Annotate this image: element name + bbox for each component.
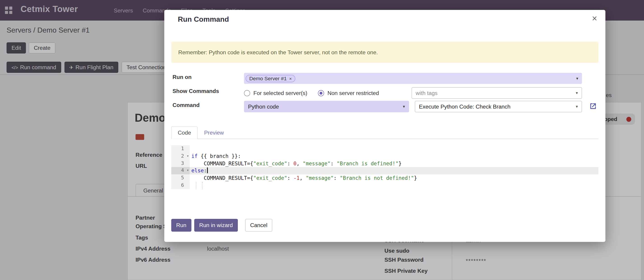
with-tags-placeholder: with tags <box>416 90 438 96</box>
gutter-line-number[interactable]: 4▾ <box>171 167 190 174</box>
gutter-line-number[interactable]: 6 <box>171 182 190 189</box>
chevron-down-icon: ▾ <box>576 76 578 80</box>
label-run-on: Run on <box>172 74 192 80</box>
code-fold-icon[interactable]: ▾ <box>187 167 189 174</box>
run-command-modal: Run Command × Remember: Python code is e… <box>164 10 606 242</box>
cancel-button[interactable]: Cancel <box>245 219 272 232</box>
label-command: Command <box>172 102 200 108</box>
code-line-row[interactable]: 4▾else: <box>171 167 598 174</box>
code-line-row[interactable]: 3 COMMAND_RESULT={"exit_code": 0, "messa… <box>171 160 598 167</box>
radio-non-server-restricted[interactable] <box>318 90 324 96</box>
tag-remove-icon[interactable]: × <box>289 76 292 81</box>
command-select[interactable]: Execute Python Code: Check Branch ▾ <box>415 101 582 112</box>
code-line-row[interactable]: 1 <box>171 145 598 153</box>
app-screen: Cetmix Tower Servers Commands Files Tool… <box>0 0 644 280</box>
tab-preview[interactable]: Preview <box>198 126 230 139</box>
code-line-content[interactable] <box>190 145 598 153</box>
server-tag: Demo Server #1 × <box>246 75 296 82</box>
chevron-down-icon: ▾ <box>403 104 405 109</box>
gutter-line-number[interactable]: 3 <box>171 160 190 167</box>
code-line-content[interactable]: COMMAND_RESULT={"exit_code": -1, "messag… <box>190 175 598 182</box>
code-editor[interactable]: 12▾if {{ branch }}:3 COMMAND_RESULT={"ex… <box>171 145 598 189</box>
run-button[interactable]: Run <box>171 219 191 232</box>
external-link-icon[interactable] <box>589 102 597 110</box>
server-tag-label: Demo Server #1 <box>249 76 287 81</box>
run-in-wizard-button[interactable]: Run in wizard <box>194 219 238 232</box>
modal-title: Run Command <box>178 15 229 24</box>
code-line-row[interactable]: 5 COMMAND_RESULT={"exit_code": -1, "mess… <box>171 175 598 182</box>
command-value: Execute Python Code: Check Branch <box>419 103 510 109</box>
code-fold-icon[interactable]: ▾ <box>187 153 189 160</box>
code-line-content[interactable]: else: <box>190 167 598 174</box>
code-line-content[interactable]: COMMAND_RESULT={"exit_code": 0, "message… <box>190 160 598 167</box>
chevron-down-icon: ▾ <box>576 104 578 109</box>
radio-for-selected-servers[interactable] <box>244 90 250 96</box>
show-commands-radios: For selected server(s) Non server restri… <box>244 88 379 98</box>
python-warning-alert: Remember: Python code is executed on the… <box>171 42 598 63</box>
command-type-select[interactable]: Python code ▾ <box>244 101 409 112</box>
radio-for-selected-servers-label[interactable]: For selected server(s) <box>253 90 307 96</box>
tab-code[interactable]: Code <box>171 126 197 139</box>
chevron-down-icon: ▾ <box>576 91 578 95</box>
gutter-line-number[interactable]: 1 <box>171 145 190 153</box>
code-line-row[interactable]: 6 <box>171 182 598 189</box>
code-line-content[interactable] <box>190 182 598 189</box>
label-show-commands: Show Commands <box>172 88 219 94</box>
run-on-field[interactable]: Demo Server #1 × ▾ <box>244 73 582 84</box>
indent-guide <box>202 182 202 189</box>
code-line-content[interactable]: if {{ branch }}: <box>190 153 598 160</box>
gutter-line-number[interactable]: 5 <box>171 175 190 182</box>
command-type-value: Python code <box>248 103 279 109</box>
radio-non-server-restricted-label[interactable]: Non server restricted <box>328 90 379 96</box>
indent-guide <box>196 182 196 189</box>
tabs-divider <box>171 139 598 139</box>
close-icon[interactable]: × <box>592 14 597 23</box>
with-tags-select[interactable]: with tags ▾ <box>412 87 582 99</box>
gutter-line-number[interactable]: 2▾ <box>171 153 190 160</box>
text-cursor <box>207 168 208 173</box>
code-line-row[interactable]: 2▾if {{ branch }}: <box>171 153 598 160</box>
